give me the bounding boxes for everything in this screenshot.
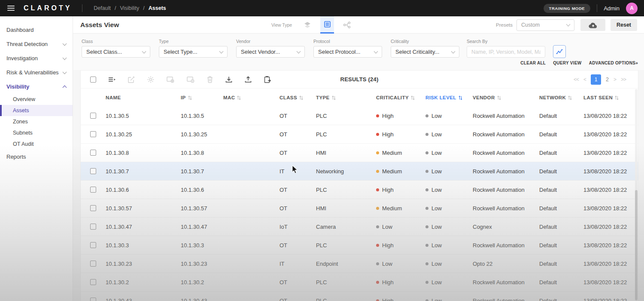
row-checkbox[interactable] <box>90 261 96 267</box>
chevron-icon <box>63 41 67 46</box>
column-header-last_seen[interactable]: LAST SEEN <box>583 95 638 100</box>
download-icon[interactable] <box>225 76 233 83</box>
breadcrumb-separator: / <box>115 5 116 11</box>
sidebar-item-investigation[interactable]: Investigation <box>0 51 73 65</box>
user-menu[interactable]: Admin <box>604 5 620 12</box>
page-1-button[interactable]: 1 <box>591 74 601 85</box>
table-row[interactable]: 10.1.30.4710.1.30.47IoTCameraLowLowCogne… <box>81 218 638 236</box>
table-row[interactable]: 10.1.30.310.1.30.3OTPLCHighLowRockwell A… <box>81 236 638 255</box>
sidebar-item-assets[interactable]: Assets <box>0 105 73 116</box>
sidebar-item-threat-detection[interactable]: Threat Detection <box>0 37 73 51</box>
avatar[interactable]: A <box>626 3 638 14</box>
sort-icon[interactable] <box>332 95 336 100</box>
table-row[interactable]: 10.1.30.2310.1.30.23ITEndpointLowLowOpto… <box>81 255 638 273</box>
layers-view-icon[interactable] <box>301 16 314 34</box>
sort-icon[interactable] <box>188 95 192 100</box>
menu-hamburger-icon[interactable] <box>7 6 15 11</box>
row-checkbox[interactable] <box>90 187 96 193</box>
row-checkbox[interactable] <box>90 113 96 119</box>
topology-view-icon[interactable] <box>340 16 354 34</box>
presets-select[interactable]: Custom <box>516 19 574 31</box>
upload-icon[interactable] <box>244 76 252 83</box>
reset-button[interactable]: Reset <box>611 19 637 31</box>
sidebar-item-subnets[interactable]: Subnets <box>0 127 73 138</box>
row-checkbox[interactable] <box>90 131 96 137</box>
sidebar-item-risk-vulnerabilities[interactable]: Risk & Vulnerabilities <box>0 65 73 80</box>
row-checkbox[interactable] <box>90 224 96 230</box>
row-checkbox[interactable] <box>90 298 96 301</box>
column-header-type[interactable]: TYPE <box>316 95 376 100</box>
sidebar-item-zones[interactable]: Zones <box>0 116 73 127</box>
column-header-class[interactable]: CLASS <box>279 95 316 100</box>
page-2-button[interactable]: 2 <box>606 77 609 83</box>
chevron-down-icon <box>566 22 571 27</box>
column-header-risk_level[interactable]: RISK LEVEL <box>425 95 473 100</box>
table-view-icon[interactable] <box>320 16 334 34</box>
page-first-button[interactable]: << <box>574 77 579 83</box>
page-prev-button[interactable]: < <box>583 77 586 83</box>
column-header-network[interactable]: NETWORK <box>539 95 583 100</box>
cell-type: PLC <box>316 298 376 301</box>
advanced-options-link[interactable]: ADVANCED OPTIONS» <box>589 61 638 65</box>
sort-icon[interactable] <box>237 95 241 100</box>
sort-icon[interactable] <box>299 95 303 100</box>
cell-vendor: Rockwell Automation <box>473 279 539 286</box>
select-all-checkbox[interactable] <box>90 77 96 83</box>
column-header-name[interactable]: NAME <box>106 95 181 100</box>
table-row[interactable]: 10.1.30.710.1.30.7ITNetworkingMediumLowR… <box>81 162 638 181</box>
filter-select-protocol[interactable]: Select Protocol... <box>313 46 382 58</box>
table-row[interactable]: 10.1.30.810.1.30.8OTHMIMediumLowRockwell… <box>81 144 638 162</box>
table-row[interactable]: 10.1.30.4310.1.30.43OTPLCHighLowRockwell… <box>81 292 638 301</box>
sidebar-item-overview[interactable]: Overview <box>0 94 73 105</box>
filter-label: Criticality <box>391 39 459 44</box>
breadcrumb-visibility[interactable]: Visibility <box>120 5 139 11</box>
sort-icon[interactable] <box>459 95 462 100</box>
column-header-vendor[interactable]: VENDOR <box>473 95 539 100</box>
sidebar-item-ot-audit[interactable]: OT Audit <box>0 138 73 150</box>
row-checkbox[interactable] <box>90 150 96 156</box>
filter-select-class[interactable]: Select Class... <box>82 46 150 58</box>
scrollbar-thumb[interactable] <box>635 190 638 300</box>
sidebar-item-reports[interactable]: Reports <box>0 150 73 164</box>
sort-icon[interactable] <box>411 95 415 100</box>
export-report-icon[interactable] <box>264 76 272 83</box>
table-row[interactable]: 10.1.30.510.1.30.5OTPLCHighLowRockwell A… <box>81 107 638 125</box>
cell-name: 10.1.30.5 <box>106 113 181 119</box>
cell-class: IT <box>279 168 316 175</box>
clear-all-link[interactable]: CLEAR ALL <box>520 61 546 65</box>
page-next-button[interactable]: > <box>614 77 616 83</box>
row-checkbox[interactable] <box>90 279 96 285</box>
cell-criticality: High <box>376 242 425 249</box>
table-row[interactable]: 10.1.30.5710.1.30.57OTHMIMediumLowRockwe… <box>81 199 638 218</box>
sidebar-item-visibility[interactable]: Visibility <box>0 80 73 94</box>
page-last-button[interactable]: >> <box>621 77 626 83</box>
column-header-mac[interactable]: MAC <box>223 95 279 100</box>
column-header-ip[interactable]: IP <box>181 95 223 100</box>
breadcrumb-default[interactable]: Default <box>94 5 111 11</box>
table-row[interactable]: 10.1.30.210.1.30.2OTPLCHighLowRockwell A… <box>81 273 638 292</box>
sort-icon[interactable] <box>497 95 501 100</box>
filter-select-criticality[interactable]: Select Criticality... <box>391 46 459 58</box>
sort-icon[interactable] <box>615 95 619 100</box>
sidebar-item-dashboard[interactable]: Dashboard <box>0 23 73 37</box>
filter-select-type[interactable]: Select Type... <box>159 46 228 58</box>
cell-name: 10.1.30.47 <box>106 224 181 230</box>
cloud-upload-button[interactable] <box>580 19 605 31</box>
sort-icon[interactable] <box>568 95 572 100</box>
column-header-criticality[interactable]: CRITICALITY <box>376 95 425 100</box>
chart-view-button[interactable] <box>553 45 566 58</box>
row-checkbox[interactable] <box>90 168 96 174</box>
query-view-link[interactable]: QUERY VIEW <box>553 61 581 65</box>
filter-select-vendor[interactable]: Select Vendor... <box>236 46 305 58</box>
search-input[interactable] <box>467 46 545 58</box>
table-body: 10.1.30.510.1.30.5OTPLCHighLowRockwell A… <box>81 107 638 301</box>
cell-type: PLC <box>316 279 376 286</box>
vertical-scrollbar[interactable] <box>635 89 638 301</box>
expand-rows-icon[interactable] <box>108 76 116 83</box>
row-checkbox[interactable] <box>90 242 96 248</box>
row-checkbox[interactable] <box>90 205 96 211</box>
cell-type: Endpoint <box>316 261 376 267</box>
table-row[interactable]: 10.1.30.610.1.30.6OTPLCHighLowRockwell A… <box>81 181 638 199</box>
table-row[interactable]: 10.1.30.2510.1.30.25OTPLCHighLowRockwell… <box>81 125 638 144</box>
risk-dot-low <box>425 114 428 117</box>
